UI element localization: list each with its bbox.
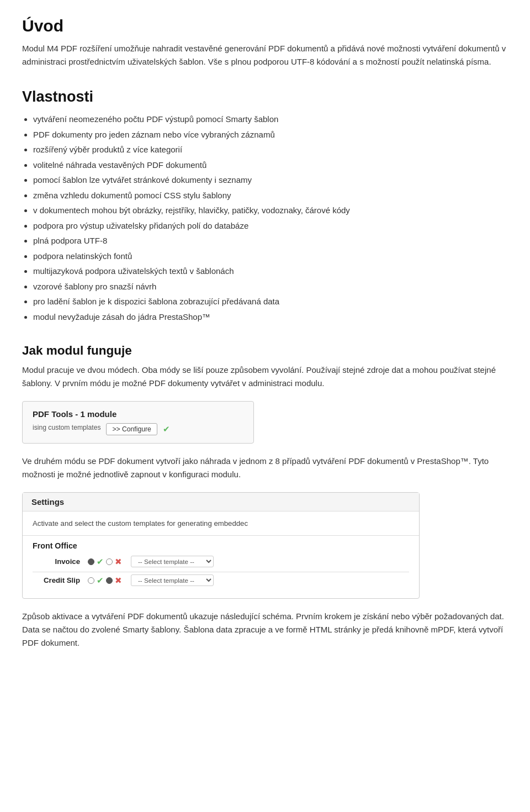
red-x-0: ✖ [115, 557, 122, 566]
select-template-0[interactable]: -- Select template -- [131, 556, 214, 567]
features-heading: Vlastnosti [22, 88, 508, 106]
settings-body-text: Activate and select the custom templates… [23, 512, 419, 536]
how-it-works-heading: Jak modul funguje [22, 344, 508, 358]
radio-group-0[interactable]: ✔ ✖ [88, 557, 122, 566]
feature-item: podpora pro výstup uživatelsky přidaných… [33, 219, 508, 233]
settings-box: Settings Activate and select the custom … [22, 492, 420, 599]
doc-row: Credit Slip ✔ ✖ -- Select template -- [33, 574, 409, 586]
feature-item: PDF dokumenty pro jeden záznam nebo více… [33, 128, 508, 142]
intro-paragraph: Modul M4 PDF rozšíření umožňuje nahradit… [22, 42, 508, 68]
doc-label-0: Invoice [33, 557, 88, 566]
feature-item: vytváření neomezeného počtu PDF výstupů … [33, 112, 508, 126]
radio2-1[interactable] [106, 577, 113, 584]
feature-item: multijazyková podpora uživatelských text… [33, 264, 508, 278]
pdf-tools-subtitle: ising custom templates [33, 424, 100, 431]
front-office-section: Front Office Invoice ✔ ✖ -- Select templ… [23, 536, 419, 598]
red-x-1: ✖ [115, 576, 122, 585]
doc-label-1: Credit Slip [33, 576, 88, 584]
select-template-1[interactable]: -- Select template -- [131, 574, 214, 586]
feature-item: podpora nelatinských fontů [33, 249, 508, 263]
configure-button[interactable]: >> Configure [106, 423, 157, 435]
row-separator [33, 572, 409, 572]
feature-item: pro ladění šablon je k dispozici šablona… [33, 294, 508, 309]
intro-heading: Úvod [22, 17, 508, 35]
features-list: vytváření neomezeného počtu PDF výstupů … [33, 112, 508, 324]
configure-check-icon: ✔ [163, 424, 170, 434]
feature-item: vzorové šablony pro snazší návrh [33, 280, 508, 294]
radio-group-1[interactable]: ✔ ✖ [88, 576, 122, 585]
front-office-title: Front Office [33, 541, 409, 550]
how-it-works-paragraph3: Způsob aktivace a vytváření PDF dokument… [22, 610, 508, 650]
feature-item: pomocí šablon lze vytvářet stránkové dok… [33, 173, 508, 187]
feature-item: modul nevyžaduje zásah do jádra PrestaSh… [33, 310, 508, 324]
settings-header: Settings [23, 493, 419, 512]
feature-item: rozšířený výběr produktů z více kategori… [33, 143, 508, 157]
doc-row: Invoice ✔ ✖ -- Select template -- [33, 556, 409, 567]
feature-item: volitelné náhrada vestavěných PDF dokume… [33, 158, 508, 172]
green-check-1: ✔ [97, 576, 104, 585]
pdf-tools-box: PDF Tools - 1 module ising custom templa… [22, 401, 254, 444]
radio1-0[interactable] [88, 558, 94, 565]
green-check-0: ✔ [97, 557, 104, 566]
radio2-0[interactable] [106, 558, 113, 565]
feature-item: změna vzhledu dokumentů pomocí CSS stylu… [33, 188, 508, 203]
how-it-works-paragraph1: Modul pracuje ve dvou módech. Oba módy s… [22, 363, 508, 390]
radio1-1[interactable] [88, 577, 94, 584]
feature-item: plná podpora UTF-8 [33, 234, 508, 248]
pdf-tools-title: PDF Tools - 1 module [33, 409, 243, 419]
feature-item: v dokumentech mohou být obrázky, rejstří… [33, 203, 508, 218]
how-it-works-paragraph2: Ve druhém módu se PDF dokument vytvoří j… [22, 455, 508, 481]
